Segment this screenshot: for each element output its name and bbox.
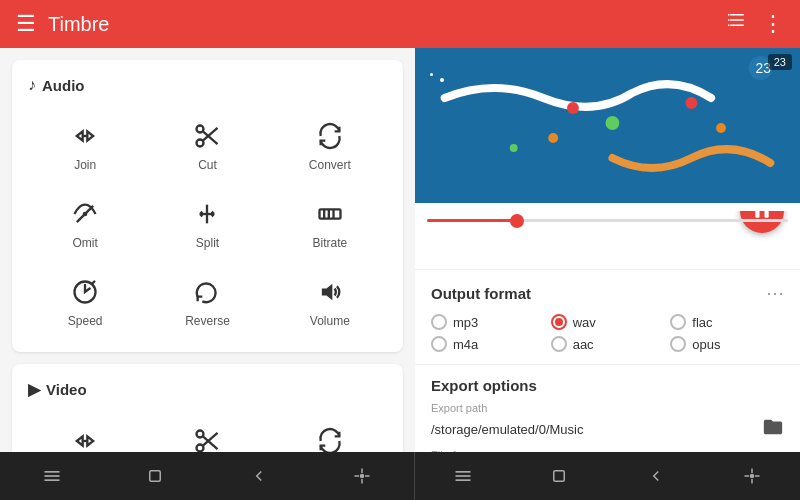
audio-split-button[interactable]: Split — [150, 188, 264, 258]
progress-thumb[interactable] — [510, 214, 524, 228]
format-opus[interactable]: opus — [670, 336, 784, 352]
output-format-section: Output format ⋯ mp3 wav flac — [415, 269, 800, 364]
wav-radio[interactable] — [551, 314, 567, 330]
svg-point-25 — [197, 445, 204, 452]
svg-point-59 — [360, 474, 365, 479]
flac-label: flac — [692, 315, 712, 330]
svg-point-49 — [548, 133, 558, 143]
audio-join-label: Join — [74, 158, 96, 172]
svg-rect-0 — [730, 14, 744, 16]
svg-point-11 — [84, 213, 86, 215]
audio-speed-button[interactable]: Speed — [28, 266, 142, 336]
nav-back-right[interactable] — [632, 452, 680, 500]
top-bar-actions: ⋮ — [728, 11, 784, 37]
speed-icon — [67, 274, 103, 310]
nav-home-right[interactable] — [535, 452, 583, 500]
svg-point-8 — [197, 126, 204, 133]
list-icon[interactable] — [728, 11, 746, 37]
svg-rect-5 — [728, 25, 730, 27]
video-icon: ▶ — [28, 380, 40, 399]
join-icon — [67, 118, 103, 154]
right-panel: 23 23 — [415, 48, 800, 452]
audio-volume-label: Volume — [310, 314, 350, 328]
svg-rect-56 — [44, 475, 59, 477]
svg-point-48 — [606, 116, 620, 130]
video-cut-button[interactable]: Cut — [150, 415, 264, 452]
svg-rect-1 — [730, 19, 744, 21]
progress-fill — [427, 219, 517, 222]
nav-menu-right[interactable] — [439, 452, 487, 500]
audio-section-title: Audio — [42, 77, 85, 94]
nav-apps-left[interactable] — [338, 452, 386, 500]
mp3-label: mp3 — [453, 315, 478, 330]
output-format-header: Output format ⋯ — [431, 282, 784, 304]
audio-volume-button[interactable]: Volume — [273, 266, 387, 336]
audio-bitrate-button[interactable]: Bitrate — [273, 188, 387, 258]
output-more-button[interactable]: ⋯ — [766, 282, 784, 304]
video-join-icon — [67, 423, 103, 452]
nav-menu-left[interactable] — [28, 452, 76, 500]
format-options-grid: mp3 wav flac m4a aac — [431, 314, 784, 352]
video-join-button[interactable]: Join — [28, 415, 142, 452]
output-format-title: Output format — [431, 285, 531, 302]
svg-rect-2 — [730, 25, 744, 27]
opus-label: opus — [692, 337, 720, 352]
svg-point-7 — [197, 140, 204, 147]
video-section-header: ▶ Video — [28, 380, 387, 399]
svg-rect-4 — [728, 19, 730, 21]
audio-split-label: Split — [196, 236, 219, 250]
audio-convert-label: Convert — [309, 158, 351, 172]
audio-convert-button[interactable]: Convert — [273, 110, 387, 180]
format-wav[interactable]: wav — [551, 314, 665, 330]
svg-rect-61 — [456, 475, 471, 477]
opus-radio[interactable] — [670, 336, 686, 352]
video-convert-button[interactable]: Convert — [273, 415, 387, 452]
format-flac[interactable]: flac — [670, 314, 784, 330]
video-section-title: Video — [46, 381, 87, 398]
nav-apps-right[interactable] — [728, 452, 776, 500]
audio-join-button[interactable]: Join — [28, 110, 142, 180]
progress-track[interactable] — [427, 219, 788, 222]
export-options-section: Export options Export path /storage/emul… — [415, 364, 800, 452]
video-convert-icon — [312, 423, 348, 452]
audio-omit-button[interactable]: Omit — [28, 188, 142, 258]
svg-rect-60 — [456, 471, 471, 473]
nav-back-left[interactable] — [235, 452, 283, 500]
svg-point-26 — [197, 431, 204, 438]
nav-home-left[interactable] — [131, 452, 179, 500]
format-aac[interactable]: aac — [551, 336, 665, 352]
play-button[interactable] — [740, 211, 784, 233]
audio-omit-label: Omit — [72, 236, 97, 250]
svg-rect-63 — [554, 471, 565, 482]
more-icon[interactable]: ⋮ — [762, 11, 784, 37]
audio-section: ♪ Audio Join — [12, 60, 403, 352]
audio-cut-button[interactable]: Cut — [150, 110, 264, 180]
svg-rect-57 — [44, 479, 59, 481]
video-preview-content: 23 23 — [415, 48, 800, 203]
audio-reverse-button[interactable]: Reverse — [150, 266, 264, 336]
aac-radio[interactable] — [551, 336, 567, 352]
menu-icon[interactable]: ☰ — [16, 11, 36, 37]
svg-rect-55 — [44, 471, 59, 473]
svg-point-51 — [716, 123, 726, 133]
video-section: ▶ Video Join — [12, 364, 403, 452]
main-content: ♪ Audio Join — [0, 48, 800, 452]
format-mp3[interactable]: mp3 — [431, 314, 545, 330]
folder-icon[interactable] — [762, 416, 784, 443]
progress-area — [415, 203, 800, 269]
bitrate-icon — [312, 196, 348, 232]
svg-point-47 — [567, 102, 579, 114]
audio-speed-label: Speed — [68, 314, 103, 328]
svg-rect-62 — [456, 479, 471, 481]
svg-point-64 — [750, 474, 755, 479]
cut-icon — [189, 118, 225, 154]
audio-icon: ♪ — [28, 76, 36, 94]
format-m4a[interactable]: m4a — [431, 336, 545, 352]
split-icon — [189, 196, 225, 232]
volume-icon — [312, 274, 348, 310]
flac-radio[interactable] — [670, 314, 686, 330]
m4a-radio[interactable] — [431, 336, 447, 352]
svg-marker-23 — [322, 284, 333, 300]
mp3-radio[interactable] — [431, 314, 447, 330]
reverse-icon — [189, 274, 225, 310]
